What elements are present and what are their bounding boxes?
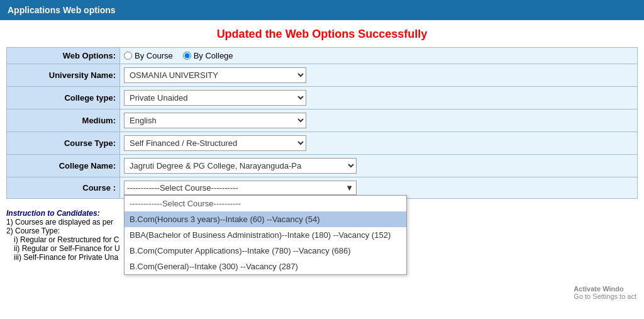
by-course-text: By Course bbox=[135, 51, 173, 60]
college-type-row: College type: Private Unaided bbox=[7, 87, 638, 109]
course-option-2[interactable]: BBA(Bachelor of Business Administration)… bbox=[125, 227, 406, 243]
form-area: Web Options: By Course By College Univer… bbox=[0, 47, 644, 205]
course-type-select[interactable]: Self Financed / Re-Structured bbox=[124, 135, 306, 151]
course-dropdown-container: ------------Select Course---------- ▼ --… bbox=[124, 181, 633, 195]
course-select-display[interactable]: ------------Select Course---------- ▼ bbox=[124, 181, 357, 195]
college-type-input-cell: Private Unaided bbox=[120, 87, 638, 109]
college-type-select[interactable]: Private Unaided bbox=[124, 90, 306, 106]
header-title: Applications Web options bbox=[8, 5, 116, 15]
by-course-radio[interactable] bbox=[124, 52, 132, 60]
course-dropdown-list: ------------Select Course---------- B.Co… bbox=[124, 195, 407, 275]
course-input-cell: ------------Select Course---------- ▼ --… bbox=[120, 177, 638, 199]
course-type-row: Course Type: Self Financed / Re-Structur… bbox=[7, 132, 638, 155]
medium-input-cell: English bbox=[120, 109, 638, 132]
by-course-label[interactable]: By Course bbox=[124, 51, 173, 60]
app-header: Applications Web options bbox=[0, 0, 644, 20]
course-label: Course : bbox=[7, 177, 120, 199]
university-name-label: University Name: bbox=[7, 64, 120, 87]
web-options-label: Web Options: bbox=[7, 48, 120, 64]
activate-windows-watermark: Activate Windo Go to Settings to act bbox=[574, 285, 636, 300]
by-college-radio[interactable] bbox=[183, 52, 191, 60]
by-college-label[interactable]: By College bbox=[183, 51, 233, 60]
course-type-label: Course Type: bbox=[7, 132, 120, 155]
web-options-input-cell: By Course By College bbox=[120, 48, 638, 64]
by-college-text: By College bbox=[194, 51, 233, 60]
activate-windows-title: Activate Windo bbox=[574, 285, 636, 293]
medium-label: Medium: bbox=[7, 109, 120, 132]
college-name-select[interactable]: Jagruti Degree & PG College, Narayanguda… bbox=[124, 158, 357, 174]
web-options-row: Web Options: By Course By College bbox=[7, 48, 638, 64]
activate-windows-subtitle: Go to Settings to act bbox=[574, 293, 636, 300]
course-row: Course : ------------Select Course------… bbox=[7, 177, 638, 199]
course-option-3[interactable]: B.Com(Computer Applications)--Intake (78… bbox=[125, 243, 406, 259]
college-name-label: College Name: bbox=[7, 155, 120, 177]
course-option-placeholder[interactable]: ------------Select Course---------- bbox=[125, 196, 406, 211]
radio-group: By Course By College bbox=[124, 51, 633, 60]
course-option-1[interactable]: B.Com(Honours 3 years)--Intake (60) --Va… bbox=[125, 211, 406, 227]
college-name-row: College Name: Jagruti Degree & PG Colleg… bbox=[7, 155, 638, 177]
course-option-4[interactable]: B.Com(General)--Intake (300) --Vacancy (… bbox=[125, 259, 406, 274]
college-type-label: College type: bbox=[7, 87, 120, 109]
success-message: Updated the Web Options Successfully bbox=[0, 20, 644, 47]
medium-row: Medium: English bbox=[7, 109, 638, 132]
course-type-input-cell: Self Financed / Re-Structured bbox=[120, 132, 638, 155]
form-table: Web Options: By Course By College Univer… bbox=[6, 47, 638, 199]
medium-select[interactable]: English bbox=[124, 113, 306, 128]
course-dropdown-arrow: ▼ bbox=[345, 183, 353, 193]
college-name-input-cell: Jagruti Degree & PG College, Narayanguda… bbox=[120, 155, 638, 177]
university-name-select[interactable]: OSMANIA UNIVERSITY bbox=[124, 67, 306, 83]
university-name-row: University Name: OSMANIA UNIVERSITY bbox=[7, 64, 638, 87]
course-select-text: ------------Select Course---------- bbox=[127, 183, 238, 193]
university-name-input-cell: OSMANIA UNIVERSITY bbox=[120, 64, 638, 87]
